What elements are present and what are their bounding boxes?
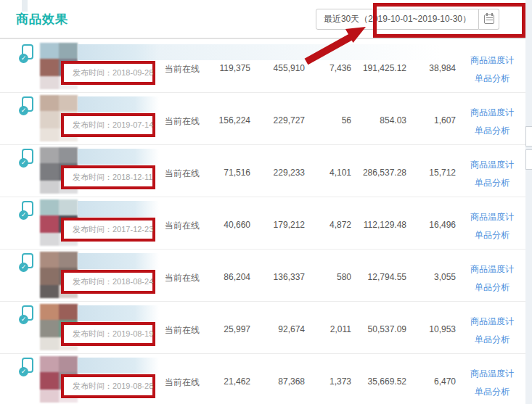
metric-value: 50,537.09	[334, 324, 406, 334]
metric-value: 12,794.55	[334, 272, 406, 282]
page-gutter	[525, 0, 532, 404]
publish-date: 发布时间：2017-12-23	[64, 224, 153, 235]
row-actions: 商品温度计 单品分析	[462, 260, 523, 297]
product-title-blurred	[78, 305, 159, 321]
check-badge-icon: ✓	[19, 210, 28, 220]
product-verified-icon: ✓	[20, 96, 34, 114]
row-actions: 商品温度计 单品分析	[462, 365, 523, 401]
product-title-blurred	[78, 201, 159, 217]
page-title: 商品效果	[16, 11, 68, 28]
product-verified-icon: ✓	[20, 253, 34, 271]
product-verified-icon: ✓	[20, 44, 34, 62]
table-row: ✓ 发布时间：2019-08-19 当前在线 25,997 92,674 2,0…	[0, 302, 525, 354]
link-product-thermometer[interactable]: 商品温度计	[462, 104, 523, 122]
metric-value: 191,425.12	[334, 63, 406, 73]
link-product-thermometer[interactable]: 商品温度计	[462, 208, 523, 226]
product-verified-icon: ✓	[20, 201, 34, 218]
check-badge-icon: ✓	[19, 158, 28, 168]
publish-date: 发布时间：2018-09-28	[64, 67, 153, 78]
table-row: ✓ 发布时间：2018-12-11 当前在线 71,516 229,233 4,…	[0, 145, 525, 197]
publish-date-annotation-box: 发布时间：2017-12-23	[61, 218, 155, 242]
side-widget-button[interactable]	[525, 149, 532, 170]
metric-value: 38,984	[398, 63, 456, 73]
link-single-item-analysis[interactable]: 单品分析	[462, 279, 523, 297]
row-actions: 商品温度计 单品分析	[462, 313, 523, 349]
row-actions: 商品温度计 单品分析	[462, 208, 523, 244]
publish-date-annotation-box: 发布时间：2018-08-24	[61, 270, 155, 294]
product-performance-page: 商品效果 最近30天（2019-10-01~2019-10-30） ✓ 发布时间…	[0, 0, 532, 404]
product-title-blurred	[78, 358, 159, 374]
product-table: ✓ 发布时间：2018-09-28 当前在线 119,375 455,910 7…	[0, 41, 525, 404]
metric-value: 15,712	[398, 168, 456, 178]
link-product-thermometer[interactable]: 商品温度计	[462, 365, 523, 383]
check-badge-icon: ✓	[19, 367, 28, 376]
metric-value: 112,129.48	[334, 220, 406, 230]
metric-value: 16,496	[398, 220, 456, 230]
publish-date: 发布时间：2019-07-14	[64, 120, 153, 131]
side-widget-button[interactable]	[525, 126, 532, 147]
table-row: ✓ 发布时间：2018-08-24 当前在线 86,204 136,337 58…	[0, 250, 525, 302]
row-actions: 商品温度计 单品分析	[462, 156, 523, 192]
check-badge-icon: ✓	[19, 54, 28, 63]
link-product-thermometer[interactable]: 商品温度计	[462, 156, 523, 174]
link-single-item-analysis[interactable]: 单品分析	[462, 174, 523, 192]
metric-value: 1,607	[398, 115, 456, 125]
row-actions: 商品温度计 单品分析	[462, 51, 523, 88]
publish-date-annotation-box: 发布时间：2019-08-19	[61, 322, 155, 346]
check-badge-icon: ✓	[19, 315, 28, 324]
date-range-picker: 最近30天（2019-10-01~2019-10-30）	[316, 9, 499, 30]
table-row: ✓ 发布时间：2019-08-28 当前在线 21,462 87,368 1,3…	[0, 354, 525, 404]
table-row: ✓ 发布时间：2017-12-23 当前在线 40,660 179,212 4,…	[0, 197, 525, 250]
publish-date: 发布时间：2018-08-24	[64, 276, 153, 287]
publish-date: 发布时间：2018-12-11	[64, 172, 152, 183]
metric-value: 35,669.52	[334, 376, 406, 387]
product-title-blurred	[78, 96, 159, 112]
link-single-item-analysis[interactable]: 单品分析	[462, 122, 523, 140]
publish-date-annotation-box: 发布时间：2019-07-14	[61, 113, 155, 137]
date-range-button[interactable]: 最近30天（2019-10-01~2019-10-30）	[316, 9, 479, 30]
link-single-item-analysis[interactable]: 单品分析	[462, 331, 523, 349]
metric-value: 286,537.28	[334, 168, 406, 178]
product-title-blurred	[78, 149, 159, 165]
date-range-label: 最近30天（2019-10-01~2019-10-30）	[324, 13, 471, 25]
link-single-item-analysis[interactable]: 单品分析	[462, 383, 523, 401]
metric-value: 10,953	[398, 324, 456, 334]
publish-date-annotation-box: 发布时间：2019-08-28	[61, 374, 155, 398]
publish-date-annotation-box: 发布时间：2018-12-11	[61, 165, 155, 189]
publish-date-annotation-box: 发布时间：2018-09-28	[61, 61, 155, 85]
check-badge-icon: ✓	[19, 106, 28, 115]
product-verified-icon: ✓	[20, 358, 34, 375]
publish-date: 发布时间：2019-08-19	[64, 329, 153, 339]
metric-value: 6,470	[398, 376, 456, 387]
metric-value: 3,055	[398, 272, 456, 282]
metric-value: 854.03	[334, 115, 406, 125]
product-verified-icon: ✓	[20, 149, 34, 166]
page-header: 商品效果 最近30天（2019-10-01~2019-10-30）	[0, 0, 532, 39]
table-row: ✓ 发布时间：2018-09-28 当前在线 119,375 455,910 7…	[0, 41, 525, 93]
link-product-thermometer[interactable]: 商品温度计	[462, 51, 523, 70]
row-actions: 商品温度计 单品分析	[462, 104, 523, 140]
table-row: ✓ 发布时间：2019-07-14 当前在线 156,224 229,727 5…	[0, 93, 525, 145]
check-badge-icon: ✓	[19, 263, 28, 272]
product-title-blurred	[78, 44, 159, 60]
link-product-thermometer[interactable]: 商品温度计	[462, 260, 523, 279]
corner-artifact	[22, 0, 28, 12]
product-title-blurred	[78, 253, 159, 269]
product-verified-icon: ✓	[20, 305, 34, 323]
calendar-icon	[484, 15, 494, 24]
calendar-button[interactable]	[479, 9, 499, 30]
link-single-item-analysis[interactable]: 单品分析	[462, 70, 523, 88]
publish-date: 发布时间：2019-08-28	[64, 381, 153, 392]
link-single-item-analysis[interactable]: 单品分析	[462, 226, 523, 244]
link-product-thermometer[interactable]: 商品温度计	[462, 313, 523, 331]
